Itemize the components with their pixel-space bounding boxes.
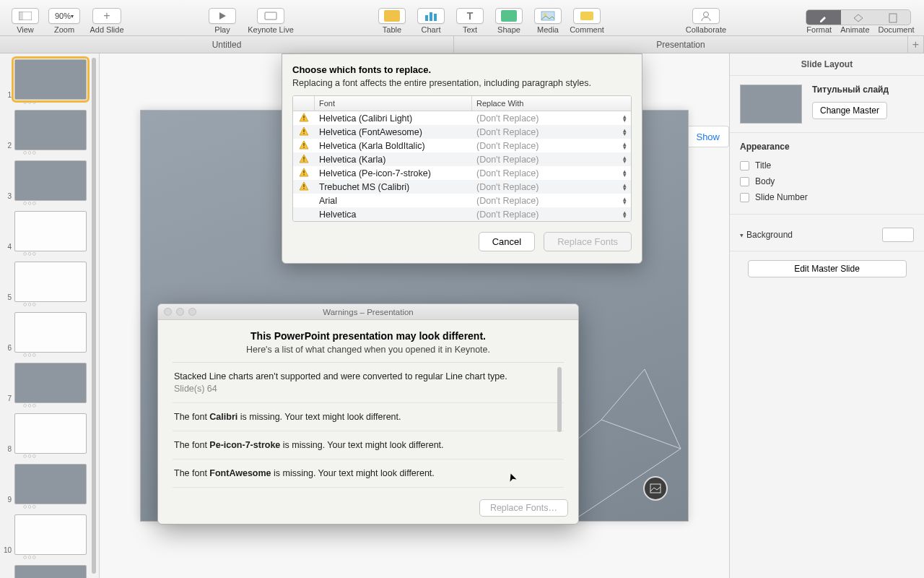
slide-thumb-1[interactable] xyxy=(14,59,87,100)
document-tab[interactable] xyxy=(876,10,910,25)
slide-thumb-6[interactable] xyxy=(14,312,87,353)
zoom-button[interactable]: 90% ▾ Zoom xyxy=(45,0,84,35)
slide-navigator[interactable]: 1 ○○○2 ○○○3 ○○○4 ○○○5 ○○○6 ○○○7 ○○○8 ○○○… xyxy=(0,53,100,578)
slide-thumb-5[interactable] xyxy=(14,262,87,302)
animate-tab[interactable] xyxy=(841,10,876,25)
font-row[interactable]: Helvetica (Karla BoldItalic) (Don't Repl… xyxy=(293,139,631,152)
font-row[interactable]: Arial (Don't Replace)▴▾ xyxy=(293,194,631,207)
add-slide-button[interactable]: + Add Slide xyxy=(84,0,130,35)
warning-icon xyxy=(293,181,315,192)
format-tab[interactable] xyxy=(806,10,841,25)
add-slide-label: Add Slide xyxy=(90,25,123,35)
warnings-heading: This PowerPoint presentation may look di… xyxy=(173,330,564,342)
slide-thumb-9[interactable] xyxy=(14,464,87,504)
warnings-list[interactable]: Stacked Line charts aren't supported and… xyxy=(173,362,564,488)
master-thumbnail xyxy=(740,85,802,124)
font-row[interactable]: Helvetica (FontAwesome) (Don't Replace)▴… xyxy=(293,125,631,139)
svg-rect-11 xyxy=(889,14,897,22)
media-button[interactable]: Media xyxy=(528,0,567,35)
edit-master-button[interactable]: Edit Master Slide xyxy=(748,260,907,277)
replace-dropdown[interactable]: (Don't Replace)▴▾ xyxy=(472,155,631,165)
svg-rect-36 xyxy=(303,188,304,189)
body-checkbox[interactable] xyxy=(740,177,749,186)
dialog-description: Replacing a font affects the entire pres… xyxy=(292,78,632,88)
comment-button[interactable]: Comment xyxy=(567,0,606,35)
font-row[interactable]: Helvetica (Don't Replace)▴▾ xyxy=(293,207,631,221)
replace-dropdown[interactable]: (Don't Replace)▴▾ xyxy=(472,127,631,137)
slide-thumb-10[interactable] xyxy=(14,514,87,555)
slide-thumb-8[interactable] xyxy=(14,413,87,454)
replace-dropdown[interactable]: (Don't Replace)▴▾ xyxy=(472,210,631,220)
slide-thumb-4[interactable] xyxy=(14,211,87,251)
warning-icon xyxy=(293,140,315,151)
warnings-titlebar[interactable]: Warnings – Presentation xyxy=(158,304,578,320)
tab-untitled[interactable]: Untitled xyxy=(0,36,454,53)
show-link[interactable]: Show xyxy=(696,131,720,142)
svg-rect-29 xyxy=(303,157,304,160)
replace-dropdown[interactable]: (Don't Replace)▴▾ xyxy=(472,196,631,206)
play-button[interactable]: Play xyxy=(203,0,242,35)
svg-rect-27 xyxy=(303,147,304,147)
svg-rect-21 xyxy=(303,119,304,120)
tab-bar: Untitled Presentation + xyxy=(0,36,924,53)
chart-button[interactable]: Chart xyxy=(411,0,450,35)
font-row[interactable]: Helvetica (Calibri Light) (Don't Replace… xyxy=(293,111,631,125)
warning-icon xyxy=(293,154,315,165)
zoom-value: 90% xyxy=(55,12,71,20)
cancel-button[interactable]: Cancel xyxy=(479,232,535,251)
warning-item[interactable]: The font FontAwesome is missing. Your te… xyxy=(173,460,564,488)
warning-item[interactable]: Stacked Line charts aren't supported and… xyxy=(173,363,564,403)
svg-rect-30 xyxy=(303,160,304,161)
svg-rect-35 xyxy=(303,184,304,187)
replace-fonts-dialog: Choose which fonts to replace. Replacing… xyxy=(282,53,642,264)
svg-rect-7 xyxy=(541,12,554,20)
background-swatch[interactable] xyxy=(882,228,914,242)
svg-rect-23 xyxy=(303,129,304,132)
image-placeholder-icon[interactable] xyxy=(643,476,668,501)
collaborate-button[interactable]: Collaborate xyxy=(679,0,733,35)
tab-presentation[interactable]: Presentation xyxy=(454,36,908,53)
shape-button[interactable]: Shape xyxy=(489,0,528,35)
replace-dropdown[interactable]: (Don't Replace)▴▾ xyxy=(472,113,631,124)
font-row[interactable]: Trebuchet MS (Calibri) (Don't Replace)▴▾ xyxy=(293,180,631,194)
view-label: View xyxy=(17,25,34,35)
replace-dropdown[interactable]: (Don't Replace)▴▾ xyxy=(472,168,631,178)
replace-dropdown[interactable]: (Don't Replace)▴▾ xyxy=(472,141,631,151)
svg-rect-33 xyxy=(303,174,304,175)
warning-item[interactable]: The font Calibri is missing. Your text m… xyxy=(173,403,564,431)
svg-rect-24 xyxy=(303,133,304,134)
warning-item[interactable]: The font Pe-icon-7-stroke is missing. Yo… xyxy=(173,431,564,460)
replace-dropdown[interactable]: (Don't Replace)▴▾ xyxy=(472,182,631,192)
slide-thumb-7[interactable] xyxy=(14,363,87,403)
warning-icon xyxy=(293,113,315,124)
slide-thumb-2[interactable] xyxy=(14,110,87,150)
replace-fonts-button[interactable]: Replace Fonts xyxy=(544,232,632,251)
warning-icon xyxy=(293,168,315,178)
add-tab-button[interactable]: + xyxy=(908,36,924,53)
slidenum-checkbox[interactable] xyxy=(740,193,749,202)
svg-rect-5 xyxy=(430,12,432,21)
view-button[interactable]: View xyxy=(6,0,45,35)
keynote-live-button[interactable]: Keynote Live xyxy=(242,0,300,35)
warnings-replace-fonts-button[interactable]: Replace Fonts… xyxy=(479,499,568,517)
table-button[interactable]: Table xyxy=(372,0,411,35)
title-checkbox[interactable] xyxy=(740,161,749,171)
slide-thumb-11[interactable] xyxy=(14,565,87,578)
svg-rect-20 xyxy=(303,116,304,118)
change-master-button[interactable]: Change Master xyxy=(812,102,887,119)
photo-icon xyxy=(541,11,555,21)
warning-icon xyxy=(293,126,315,137)
dialog-heading: Choose which fonts to replace. xyxy=(292,64,632,75)
keynote-live-label: Keynote Live xyxy=(248,25,294,35)
font-row[interactable]: Helvetica (Pe-icon-7-stroke) (Don't Repl… xyxy=(293,166,631,180)
text-button[interactable]: TText xyxy=(450,0,489,35)
font-row[interactable]: Helvetica (Karla) (Don't Replace)▴▾ xyxy=(293,152,631,166)
svg-line-15 xyxy=(645,369,681,449)
traffic-lights[interactable] xyxy=(164,308,196,316)
brush-icon xyxy=(818,13,829,23)
slide-thumb-3[interactable] xyxy=(14,160,87,201)
svg-line-14 xyxy=(601,420,681,449)
zoom-label: Zoom xyxy=(54,25,74,35)
background-heading[interactable]: Background xyxy=(746,230,793,240)
svg-rect-1 xyxy=(19,12,23,20)
